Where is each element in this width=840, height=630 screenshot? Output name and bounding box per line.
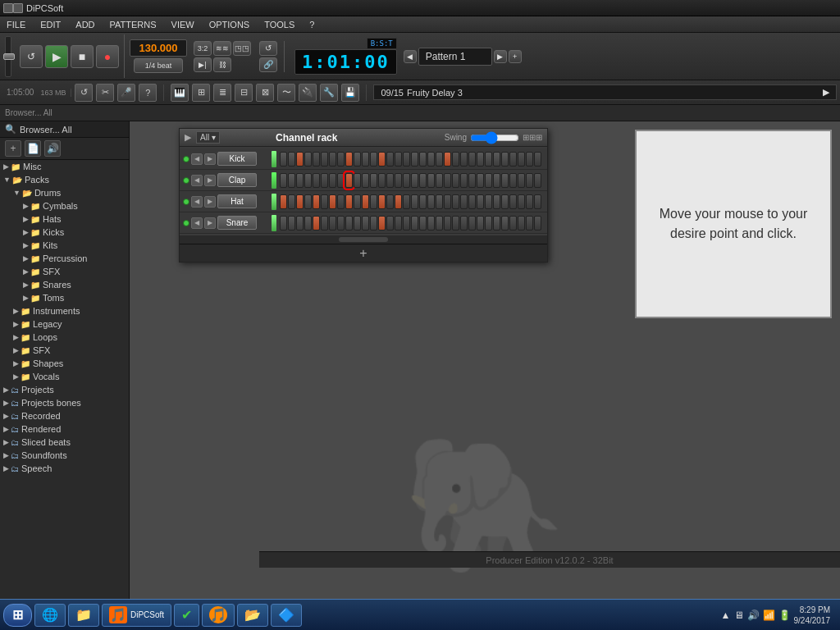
step-22[interactable]	[460, 216, 468, 231]
step-3[interactable]	[304, 216, 312, 231]
step-19[interactable]	[436, 152, 443, 167]
step-5[interactable]	[321, 216, 328, 231]
tree-item-shapes[interactable]: ▶ 📁 Shapes	[10, 357, 129, 370]
tool-grid[interactable]: ⊞	[192, 84, 210, 102]
step-30[interactable]	[526, 173, 533, 188]
mode-btn-1[interactable]: 3:2	[194, 41, 212, 56]
clap-mute[interactable]: ◀	[191, 175, 203, 186]
sync-btn[interactable]: ↺	[259, 41, 277, 56]
clap-led[interactable]	[183, 177, 189, 184]
step-30[interactable]	[526, 152, 533, 167]
step-23[interactable]	[468, 173, 476, 188]
tree-item-drums[interactable]: ▼ 📂 Drums	[10, 186, 129, 199]
bpm-display[interactable]: 130.000	[130, 39, 187, 57]
step-2[interactable]	[296, 173, 304, 188]
step-17[interactable]	[419, 152, 427, 167]
step-14[interactable]	[395, 152, 402, 167]
tray-icon1[interactable]: ▲	[721, 609, 731, 621]
taskbar-app-music[interactable]: 🎵	[202, 604, 235, 627]
step-10[interactable]	[362, 194, 369, 209]
tree-item-misc[interactable]: ▶ 📁 Misc	[0, 160, 129, 173]
step-6[interactable]	[329, 152, 336, 167]
snare-name-btn[interactable]: Snare	[217, 216, 257, 230]
step-22[interactable]	[460, 173, 468, 188]
step-0[interactable]	[280, 152, 287, 167]
step-7[interactable]	[337, 173, 345, 188]
step-31[interactable]	[534, 216, 541, 231]
step-7[interactable]	[337, 152, 345, 167]
step-31[interactable]	[534, 152, 541, 167]
hat-mute[interactable]: ◀	[191, 196, 203, 208]
tree-item-soundfonts[interactable]: ▶ 🗂 Soundfonts	[0, 449, 129, 462]
menu-edit[interactable]: EDIT	[37, 19, 64, 30]
step-2[interactable]	[296, 194, 304, 209]
step-1[interactable]	[288, 216, 295, 231]
step-18[interactable]	[427, 173, 435, 188]
snare-mute[interactable]: ◀	[191, 217, 203, 229]
clap-name-btn[interactable]: Clap	[217, 173, 257, 187]
beat-division-btn[interactable]: 1/4 beat	[134, 58, 183, 73]
mode-btn-3[interactable]: ◳◳	[233, 41, 251, 56]
step-20[interactable]	[444, 152, 451, 167]
step-17[interactable]	[419, 194, 427, 209]
tree-item-sliced-beats[interactable]: ▶ 🗂 Sliced beats	[0, 436, 129, 449]
tree-item-toms[interactable]: ▶ 📁 Toms	[20, 291, 129, 304]
step-17[interactable]	[419, 173, 427, 188]
step-13[interactable]	[386, 173, 394, 188]
step-8[interactable]	[345, 216, 353, 231]
tree-item-snares[interactable]: ▶ 📁 Snares	[20, 278, 129, 291]
step-30[interactable]	[526, 194, 533, 209]
step-8[interactable]	[345, 173, 353, 188]
tree-item-loops[interactable]: ▶ 📁 Loops	[10, 331, 129, 344]
step-24[interactable]	[477, 216, 484, 231]
step-18[interactable]	[427, 216, 435, 231]
step-9[interactable]	[354, 173, 361, 188]
step-15[interactable]	[403, 194, 410, 209]
tree-item-hats[interactable]: ▶ 📁 Hats	[20, 212, 129, 226]
step-2[interactable]	[296, 216, 304, 231]
step-29[interactable]	[518, 152, 525, 167]
step-16[interactable]	[411, 152, 418, 167]
step-26[interactable]	[493, 194, 500, 209]
taskbar-app-folder2[interactable]: 📂	[237, 604, 268, 627]
tree-item-kits[interactable]: ▶ 📁 Kits	[20, 239, 129, 252]
record-btn[interactable]: ●	[96, 45, 119, 68]
step-19[interactable]	[436, 216, 443, 231]
step-3[interactable]	[304, 194, 312, 209]
step-5[interactable]	[321, 173, 328, 188]
menu-options[interactable]: OPTIONS	[206, 19, 253, 30]
step-25[interactable]	[485, 216, 492, 231]
step-28[interactable]	[509, 216, 517, 231]
step-29[interactable]	[518, 216, 525, 231]
step-8[interactable]	[345, 194, 353, 209]
taskbar-app-explorer[interactable]: 📁	[68, 604, 99, 627]
mode-btn-5[interactable]: ⛓	[213, 57, 231, 72]
tree-item-sfx[interactable]: ▶ 📁 SFX	[10, 344, 129, 357]
step-22[interactable]	[460, 194, 468, 209]
hat-led[interactable]	[183, 199, 189, 205]
tree-item-speech[interactable]: ▶ 🗂 Speech	[0, 462, 129, 475]
step-13[interactable]	[386, 194, 394, 209]
step-27[interactable]	[501, 152, 509, 167]
step-10[interactable]	[362, 173, 369, 188]
step-21[interactable]	[452, 216, 459, 231]
step-9[interactable]	[354, 216, 361, 231]
step-8[interactable]	[345, 152, 353, 167]
step-0[interactable]	[280, 173, 287, 188]
tool-cut[interactable]: ✂	[96, 84, 114, 102]
step-31[interactable]	[534, 173, 541, 188]
step-21[interactable]	[452, 173, 459, 188]
menu-tools[interactable]: TOOLS	[261, 19, 298, 30]
snare-solo[interactable]: ▶	[204, 217, 216, 229]
step-13[interactable]	[386, 152, 394, 167]
maximize-icon[interactable]	[13, 3, 23, 13]
step-25[interactable]	[485, 173, 492, 188]
swing-slider[interactable]	[470, 135, 519, 141]
menu-help[interactable]: ?	[306, 19, 317, 30]
tool-wrench[interactable]: 🔧	[320, 84, 338, 102]
stop-btn[interactable]: ■	[71, 45, 94, 68]
rack-filter-select[interactable]: All ▾	[196, 131, 220, 144]
step-12[interactable]	[378, 173, 386, 188]
hat-solo[interactable]: ▶	[204, 196, 216, 208]
step-24[interactable]	[477, 152, 484, 167]
